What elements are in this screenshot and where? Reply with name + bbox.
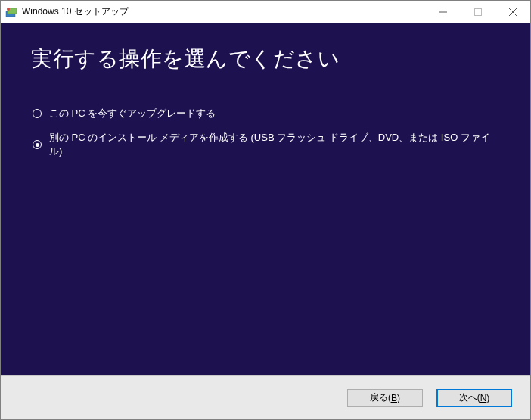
button-accelerator: N (480, 393, 487, 403)
svg-rect-4 (475, 8, 482, 15)
titlebar: Windows 10 セットアップ (1, 1, 530, 23)
maximize-button (461, 1, 495, 23)
minimize-button[interactable] (426, 1, 461, 23)
setup-window: Windows 10 セットアップ 実行する操作を選んでください この PC を… (0, 0, 531, 420)
button-accelerator: B (391, 393, 397, 403)
content-area: 実行する操作を選んでください この PC を今すぐアップグレードする 別の PC… (1, 23, 530, 375)
page-heading: 実行する操作を選んでください (31, 45, 500, 73)
button-prefix: 戻る( (370, 391, 391, 404)
footer: 戻る(B) 次へ(N) (1, 375, 530, 419)
option-label: 別の PC のインストール メディアを作成する (USB フラッシュ ドライブ、… (49, 131, 500, 158)
svg-point-2 (7, 8, 10, 11)
option-create-media[interactable]: 別の PC のインストール メディアを作成する (USB フラッシュ ドライブ、… (33, 131, 500, 158)
radio-icon (33, 109, 42, 118)
close-button[interactable] (495, 1, 530, 23)
window-controls (426, 1, 530, 23)
button-suffix: ) (486, 393, 489, 403)
back-button[interactable]: 戻る(B) (347, 389, 423, 407)
option-upgrade-this-pc[interactable]: この PC を今すぐアップグレードする (33, 107, 500, 120)
button-prefix: 次へ( (459, 391, 480, 404)
button-suffix: ) (397, 393, 400, 403)
window-title: Windows 10 セットアップ (22, 5, 426, 18)
radio-icon (33, 140, 42, 149)
next-button[interactable]: 次へ(N) (436, 389, 512, 407)
options-group: この PC を今すぐアップグレードする 別の PC のインストール メディアを作… (31, 107, 500, 158)
app-icon (5, 6, 17, 18)
option-label: この PC を今すぐアップグレードする (49, 107, 216, 120)
